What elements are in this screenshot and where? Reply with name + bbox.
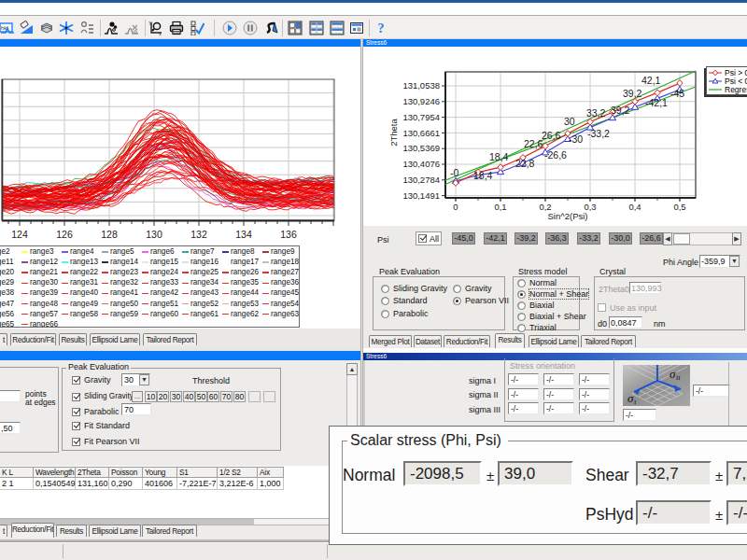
svg-text:132: 132 xyxy=(190,229,207,240)
svg-text:42,1: 42,1 xyxy=(641,75,661,86)
svg-text:Y: Y xyxy=(148,21,152,26)
svg-text:128: 128 xyxy=(101,229,118,240)
svg-text:x: x xyxy=(159,31,162,35)
svg-text:124: 124 xyxy=(11,229,28,240)
svg-text:30: 30 xyxy=(564,116,575,127)
svg-text:II: II xyxy=(676,374,681,382)
svg-text:18,4: 18,4 xyxy=(473,170,493,181)
svg-text:?: ? xyxy=(378,21,385,35)
svg-text:39,2: 39,2 xyxy=(611,105,630,116)
svg-text:0: 0 xyxy=(453,202,458,212)
svg-text:22,6: 22,6 xyxy=(524,138,543,149)
svg-text:-42,1: -42,1 xyxy=(645,97,668,108)
svg-text:130,1491: 130,1491 xyxy=(402,190,440,201)
svg-text:130,9246: 130,9246 xyxy=(402,96,440,106)
svg-text:131,0538: 131,0538 xyxy=(402,80,440,91)
svg-text:130,2784: 130,2784 xyxy=(402,175,440,185)
svg-text:Regress: Regress xyxy=(725,85,747,94)
svg-text:18,4: 18,4 xyxy=(489,151,509,162)
svg-text:130,5369: 130,5369 xyxy=(402,143,440,153)
svg-text:0,1: 0,1 xyxy=(494,202,506,212)
svg-text:0,4: 0,4 xyxy=(628,202,641,212)
svg-text:130,4076: 130,4076 xyxy=(402,159,440,169)
svg-text:39,2: 39,2 xyxy=(623,88,642,99)
svg-text:0,2: 0,2 xyxy=(539,202,551,212)
svg-text:Sin^2(Psi): Sin^2(Psi) xyxy=(548,211,588,221)
svg-text:σ: σ xyxy=(627,391,634,405)
svg-text:136: 136 xyxy=(280,229,297,240)
svg-text:0,3: 0,3 xyxy=(584,202,596,212)
svg-text:-26,6: -26,6 xyxy=(544,149,567,161)
svg-text:-33,2: -33,2 xyxy=(587,128,610,139)
svg-text:-45: -45 xyxy=(670,88,684,99)
svg-text:2Theta: 2Theta xyxy=(388,118,399,146)
svg-text:26,6: 26,6 xyxy=(542,130,561,141)
svg-text:33,2: 33,2 xyxy=(586,107,606,119)
svg-text:22,8: 22,8 xyxy=(515,158,535,169)
svg-text:0,5: 0,5 xyxy=(673,202,685,212)
svg-text:126: 126 xyxy=(56,229,73,240)
svg-text:-30: -30 xyxy=(569,133,583,145)
svg-text:130: 130 xyxy=(146,229,162,240)
svg-text:-0: -0 xyxy=(450,167,458,178)
svg-text:134: 134 xyxy=(235,229,252,240)
svg-text:130,7954: 130,7954 xyxy=(402,112,440,122)
svg-text:σ: σ xyxy=(669,367,676,381)
svg-text:130,6661: 130,6661 xyxy=(402,128,440,138)
